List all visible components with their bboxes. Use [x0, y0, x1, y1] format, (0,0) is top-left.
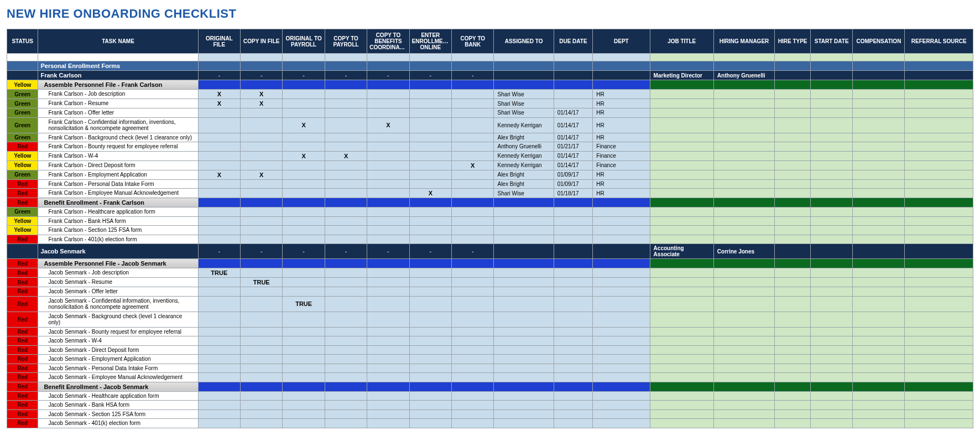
task-x[interactable] [452, 409, 494, 419]
task-x[interactable] [367, 312, 409, 327]
task-right[interactable] [713, 268, 775, 278]
task-x[interactable] [325, 355, 367, 364]
task-right[interactable] [713, 208, 775, 217]
task-x[interactable] [409, 287, 451, 297]
task-due[interactable]: 01/14/17 [554, 108, 593, 118]
task-right[interactable] [853, 99, 905, 108]
task-right[interactable] [810, 90, 852, 99]
task-assigned[interactable] [494, 312, 554, 327]
task-right[interactable] [905, 312, 973, 327]
task-right[interactable] [810, 373, 852, 382]
task-x[interactable] [409, 208, 451, 217]
task-status[interactable]: Red [7, 179, 38, 189]
task-dept[interactable]: Finance [593, 151, 650, 160]
task-x[interactable] [325, 226, 367, 235]
task-x[interactable]: X [241, 99, 283, 108]
group-cell[interactable] [283, 198, 325, 208]
task-right[interactable] [713, 170, 775, 179]
spacer[interactable] [7, 54, 38, 61]
task-x[interactable] [452, 345, 494, 355]
task-right[interactable] [905, 409, 973, 419]
task-dept[interactable]: HR [593, 90, 650, 99]
task-x[interactable] [367, 409, 409, 419]
task-right[interactable] [775, 160, 811, 170]
person-cell[interactable] [494, 71, 554, 80]
task-x[interactable] [367, 327, 409, 336]
group-cell[interactable] [409, 382, 451, 391]
task-x[interactable] [452, 391, 494, 401]
task-x[interactable] [241, 345, 283, 355]
person-dash[interactable]: - [325, 71, 367, 80]
group-cell[interactable] [775, 80, 811, 90]
task-assigned[interactable]: Alex Bright [494, 170, 554, 179]
task-right[interactable] [810, 401, 852, 410]
task-right[interactable] [713, 99, 775, 108]
group-cell[interactable] [325, 382, 367, 391]
person-cell[interactable] [905, 244, 973, 259]
task-x[interactable] [367, 391, 409, 401]
task-right[interactable] [853, 287, 905, 297]
status-cell[interactable] [7, 71, 38, 80]
task-status[interactable]: Green [7, 90, 38, 99]
group-cell[interactable] [241, 259, 283, 268]
task-x[interactable] [325, 409, 367, 419]
task-name[interactable]: Frank Carlson - Bounty request for emplo… [38, 142, 198, 152]
task-x[interactable] [325, 278, 367, 287]
task-right[interactable] [810, 99, 852, 108]
task-assigned[interactable] [494, 355, 554, 364]
task-due[interactable] [554, 373, 593, 382]
task-assigned[interactable] [494, 268, 554, 278]
task-right[interactable] [650, 312, 713, 327]
task-x[interactable] [367, 179, 409, 189]
task-x[interactable] [283, 189, 325, 198]
task-dept[interactable] [593, 391, 650, 401]
task-right[interactable] [810, 287, 852, 297]
hdr-htype[interactable]: HIRE TYPE [775, 29, 811, 54]
task-x[interactable] [241, 133, 283, 142]
task-x[interactable] [198, 235, 240, 244]
task-right[interactable] [775, 345, 811, 355]
task-x[interactable] [241, 364, 283, 373]
task-x[interactable] [241, 268, 283, 278]
group-cell[interactable] [409, 80, 451, 90]
task-x[interactable] [325, 364, 367, 373]
group-cell[interactable] [775, 382, 811, 391]
task-right[interactable] [810, 189, 852, 198]
group-cell[interactable] [593, 259, 650, 268]
task-x[interactable]: X [452, 160, 494, 170]
group-cell[interactable] [325, 198, 367, 208]
task-name[interactable]: Frank Carlson - Employment Application [38, 170, 198, 179]
task-due[interactable] [554, 296, 593, 312]
person-dash[interactable]: - [283, 244, 325, 259]
task-x[interactable] [367, 373, 409, 382]
task-x[interactable] [283, 355, 325, 364]
group-cell[interactable] [409, 259, 451, 268]
hdr-benefits[interactable]: COPY TO BENEFITS COORDINATOR [367, 29, 409, 54]
group-cell[interactable] [554, 80, 593, 90]
task-due[interactable] [554, 99, 593, 108]
task-right[interactable] [853, 90, 905, 99]
task-x[interactable] [241, 401, 283, 410]
task-right[interactable] [650, 355, 713, 364]
task-x[interactable] [452, 296, 494, 312]
task-dept[interactable]: HR [593, 170, 650, 179]
task-right[interactable] [853, 117, 905, 133]
task-x[interactable] [241, 312, 283, 327]
task-right[interactable] [713, 133, 775, 142]
task-assigned[interactable] [494, 364, 554, 373]
task-due[interactable]: 01/14/17 [554, 117, 593, 133]
task-x[interactable]: X [198, 99, 240, 108]
group-cell[interactable] [650, 80, 713, 90]
task-name[interactable]: Frank Carlson - Offer letter [38, 108, 198, 118]
task-x[interactable] [241, 287, 283, 297]
section-cell[interactable] [198, 61, 240, 71]
task-right[interactable] [775, 142, 811, 152]
task-right[interactable] [775, 268, 811, 278]
task-name[interactable]: Jacob Senmark - Offer letter [38, 287, 198, 297]
task-right[interactable] [713, 391, 775, 401]
spacer[interactable] [452, 54, 494, 61]
task-x[interactable] [198, 373, 240, 382]
task-right[interactable] [713, 287, 775, 297]
task-right[interactable] [650, 151, 713, 160]
task-x[interactable] [241, 117, 283, 133]
